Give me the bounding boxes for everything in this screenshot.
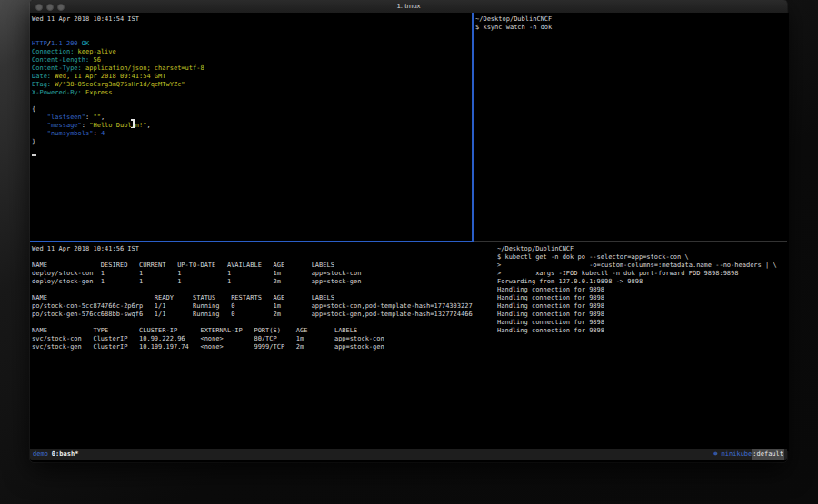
mouse-ibeam-cursor	[133, 119, 135, 128]
shell-command: $ ksync watch -n dok	[475, 24, 789, 32]
pod-row: po/stock-con-5cc874766c-2p6rp 1/1 Runnin…	[32, 302, 495, 311]
response-header: Connection: keep-alive	[32, 48, 474, 56]
session-name: demo	[33, 449, 48, 460]
timestamp-line: Wed 11 Apr 2018 10:41:54 IST	[32, 15, 474, 24]
http-status-line: HTTP/1.1 200 OK	[32, 40, 474, 48]
working-directory: ~/Desktop/DublinCNCF	[475, 15, 789, 24]
pane-http-response[interactable]: Wed 11 Apr 2018 10:41:54 IST HTTP/1.1 20…	[30, 13, 474, 243]
timestamp-line: Wed 11 Apr 2018 10:41:56 IST	[32, 245, 495, 253]
service-row: svc/stock-gen ClusterIP 10.109.197.74 <n…	[32, 343, 495, 351]
handling-connection-line: Handling connection for 9898	[497, 327, 789, 335]
handling-connection-line: Handling connection for 9898	[497, 319, 789, 327]
working-directory: ~/Desktop/DublinCNCF	[497, 245, 789, 253]
response-header: ETag: W/"38-05coCsrg3mQ75sHr1d/qcMTwYZc"	[32, 81, 474, 89]
window-titlebar[interactable]: 1. tmux	[30, 0, 787, 14]
tmux-status-bar: demo 0:bash* ☸ minikube :default	[30, 449, 787, 460]
http-version-status: 1.1 200	[51, 40, 78, 47]
json-open-brace: {	[32, 105, 474, 114]
pod-row: po/stock-gen-576cc688bb-swqf6 1/1 Runnin…	[32, 311, 495, 319]
active-window-label[interactable]: 0:bash*	[52, 449, 79, 460]
pane-port-forward[interactable]: ~/Desktop/DublinCNCF $ kubectl get -n do…	[495, 242, 789, 451]
handling-connection-line: Handling connection for 9898	[497, 311, 789, 319]
json-entry-lastseen: "lastseen": "",	[32, 114, 474, 122]
json-entry-message: "message": "Hello Dublin!",	[32, 122, 474, 130]
forwarding-status-line: Forwarding from 127.0.0.1:9898 -> 9898	[497, 278, 789, 286]
response-header: Date: Wed, 11 Apr 2018 09:41:54 GMT	[32, 73, 474, 81]
response-header: Content-Type: application/json; charset=…	[32, 64, 474, 73]
kubernetes-helm-icon: ☸	[713, 449, 721, 460]
window-title: 1. tmux	[30, 0, 787, 13]
response-header: Content-Length: 56	[32, 56, 474, 64]
pane-ksync-watch[interactable]: ~/Desktop/DublinCNCF $ ksync watch -n do…	[474, 13, 789, 243]
terminal-cursor	[32, 154, 36, 156]
kube-context: minikube	[722, 449, 753, 460]
shell-command-continuation: > -o=custom-columns=:metadata.name --no-…	[497, 262, 789, 270]
terminal-window: 1. tmux Wed 11 Apr 2018 10:41:54 IST HTT…	[30, 0, 787, 462]
response-header: X-Powered-By: Express	[32, 89, 474, 97]
json-close-brace: }	[32, 138, 474, 146]
services-table-header: NAME TYPE CLUSTER-IP EXTERNAL-IP PORT(S)…	[32, 327, 495, 335]
pane-divider-vertical-active[interactable]	[472, 13, 474, 242]
service-row: svc/stock-con ClusterIP 10.99.222.96 <no…	[32, 335, 495, 343]
json-entry-numsymbols: "numsymbols": 4	[32, 130, 474, 138]
handling-connection-line: Handling connection for 9898	[497, 286, 789, 294]
pane-kubectl-get[interactable]: Wed 11 Apr 2018 10:41:56 IST NAME DESIRE…	[30, 242, 495, 451]
shell-command: $ kubectl get -n dok po --selector=app=s…	[497, 253, 789, 262]
kube-namespace: :default	[752, 449, 784, 460]
handling-connection-line: Handling connection for 9898	[497, 302, 789, 311]
deployments-table-header: NAME DESIRED CURRENT UP-TO-DATE AVAILABL…	[32, 262, 495, 270]
shell-command-continuation: > xargs -IPOD kubectl -n dok port-forwar…	[497, 270, 789, 278]
pods-table-header: NAME READY STATUS RESTARTS AGE LABELS	[32, 294, 495, 302]
http-protocol: HTTP	[32, 40, 47, 47]
deployment-row: deploy/stock-gen 1 1 1 1 2m app=stock-ge…	[32, 278, 495, 286]
http-status-text: OK	[78, 40, 90, 47]
handling-connection-line: Handling connection for 9898	[497, 294, 789, 302]
deployment-row: deploy/stock-con 1 1 1 1 1m app=stock-co…	[32, 270, 495, 278]
